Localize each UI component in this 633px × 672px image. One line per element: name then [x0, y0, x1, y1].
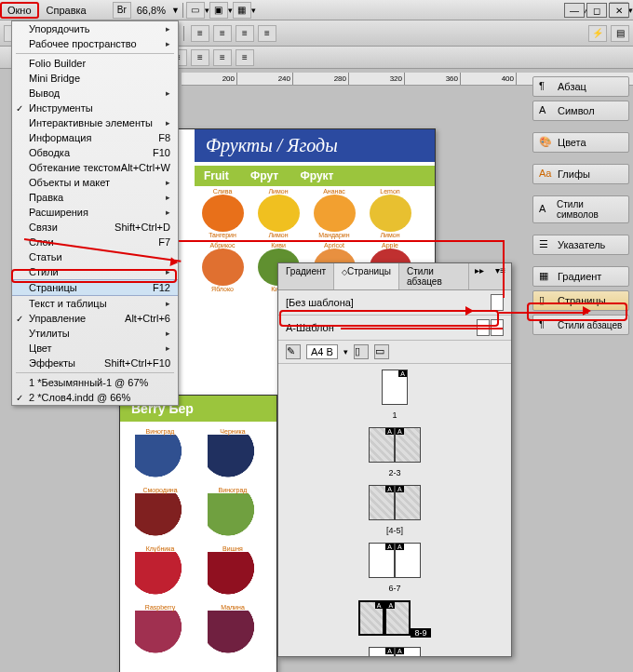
- mi-tools[interactable]: Инструменты: [12, 101, 178, 115]
- tab-pages[interactable]: ◇Страницы: [334, 263, 399, 289]
- panel-para-styles[interactable]: ¶Стили абзацев: [532, 315, 629, 335]
- document-page-2[interactable]: Berry Бер ВиноградЧерникаСмородинаВиногр…: [119, 395, 277, 672]
- page-spread[interactable]: AA2-3: [278, 427, 511, 477]
- panel-index[interactable]: ☰Указатель: [532, 235, 629, 255]
- mi-links[interactable]: СвязиShift+Ctrl+D: [12, 220, 178, 235]
- fruit-cell: АнанасМандарин: [306, 186, 362, 240]
- page-size-select[interactable]: A4 В: [306, 344, 338, 359]
- fruit-cell: СливаТангерин: [195, 186, 250, 240]
- mi-doc2[interactable]: 2 *Слов4.indd @ 66%: [12, 390, 178, 405]
- annotation-arrow: [499, 312, 588, 314]
- align4-icon[interactable]: ≡: [213, 49, 232, 66]
- mi-minibridge[interactable]: Mini Bridge: [12, 71, 178, 86]
- align3-icon[interactable]: ≡: [191, 49, 209, 66]
- page-spread[interactable]: AA8-9: [278, 600, 511, 639]
- berry-cell: Виноград: [196, 484, 269, 543]
- mi-output[interactable]: Вывод: [12, 86, 178, 101]
- panel-menu-icon[interactable]: ▤: [611, 25, 629, 42]
- fruit-cell: ЛимонЛимон: [250, 186, 306, 240]
- zoom-level[interactable]: 66,8%: [131, 5, 171, 16]
- berry-cell: Raspberry: [124, 601, 196, 660]
- pages-panel: Градиент ◇Страницы Стили абзацев ▸▸ ▾≡ […: [277, 262, 512, 657]
- panel-character[interactable]: AСимвол: [532, 101, 629, 121]
- mi-arrange[interactable]: Упорядочить: [12, 21, 178, 36]
- mi-styles[interactable]: Стили: [12, 264, 178, 279]
- align-center-icon[interactable]: ≡: [213, 25, 232, 42]
- berry-cell: Виноград: [124, 425, 196, 484]
- panel-collapse-icon[interactable]: ▸▸: [469, 263, 490, 289]
- panel-char-styles[interactable]: AСтили символов: [532, 195, 629, 223]
- screen-mode-icon[interactable]: ▣: [209, 2, 228, 19]
- page-spread[interactable]: AA[4-5]: [278, 485, 511, 535]
- panel-glyphs[interactable]: AaГлифы: [532, 164, 629, 184]
- tab-gradient[interactable]: Градиент: [278, 263, 334, 289]
- align-left-icon[interactable]: ≡: [191, 25, 209, 42]
- align-right-icon[interactable]: ≡: [236, 25, 254, 42]
- view-mode-icon[interactable]: ▭: [186, 2, 205, 19]
- orient-landscape-icon[interactable]: ▭: [374, 344, 389, 359]
- align-justify-icon[interactable]: ≡: [258, 25, 276, 42]
- mi-utilities[interactable]: Утилиты: [12, 326, 178, 341]
- page-banner: Фрукты / Ягоды: [195, 129, 435, 162]
- pages-thumbnails[interactable]: A1AA2-3AA[4-5]AA6-7AA8-9AA10-11: [278, 364, 511, 656]
- mi-control[interactable]: УправлениеAlt+Ctrl+6: [12, 311, 178, 326]
- window-dropdown: Упорядочить Рабочее пространство Folio B…: [11, 20, 179, 406]
- mi-text-tables[interactable]: Текст и таблицы: [12, 296, 178, 311]
- panel-colors[interactable]: 🎨Цвета: [532, 132, 629, 153]
- minimize-button[interactable]: —: [564, 3, 585, 18]
- mi-textwrap[interactable]: Обтекание текстомAlt+Ctrl+W: [12, 160, 178, 175]
- panel-pages[interactable]: ▯Страницы: [532, 290, 629, 311]
- mi-color[interactable]: Цвет: [12, 341, 178, 356]
- mi-doc1[interactable]: 1 *Безымянный-1 @ 67%: [12, 375, 178, 390]
- tab-para-styles[interactable]: Стили абзацев: [399, 263, 469, 289]
- berry-cell: Клубника: [124, 543, 196, 601]
- mi-objects[interactable]: Объекты и макет: [12, 175, 178, 190]
- mi-folio[interactable]: Folio Builder: [12, 56, 178, 71]
- page-spread[interactable]: AA10-11: [278, 647, 511, 656]
- fruit-cell: LemonЛимон: [362, 186, 418, 240]
- maximize-button[interactable]: ◻: [586, 3, 607, 18]
- mi-interactive[interactable]: Интерактивные элементы: [12, 115, 178, 130]
- menu-help[interactable]: Справка: [39, 3, 94, 18]
- fruit-bar: Fruit Фрут Фрукт: [195, 166, 435, 186]
- menubar: Окно Справка Br 66,8% ▼ ▭ ▾ ▣ ▾ ▦ ▾ Книг…: [0, 0, 633, 20]
- berry-cell: Малина: [196, 601, 269, 660]
- pages-panel-tabs: Градиент ◇Страницы Стили абзацев ▸▸ ▾≡: [278, 263, 511, 290]
- panel-paragraph[interactable]: ¶Абзац: [532, 76, 629, 97]
- mi-extensions[interactable]: Расширения: [12, 205, 178, 220]
- panel-menu-icon[interactable]: ▾≡: [490, 263, 511, 289]
- annotation-line: [503, 240, 505, 298]
- mi-workspace[interactable]: Рабочее пространство: [12, 36, 178, 51]
- bridge-icon[interactable]: Br: [113, 2, 131, 19]
- quick-apply-icon[interactable]: ⚡: [588, 25, 607, 42]
- fruit-cell: АбрикосЯблоко: [195, 240, 250, 294]
- arrow-head-icon: [583, 306, 596, 316]
- page-spread[interactable]: A1: [278, 370, 511, 420]
- mi-stroke[interactable]: ОбводкаF10: [12, 145, 178, 160]
- panel-gradient[interactable]: ▦Градиент: [532, 266, 629, 287]
- mi-info[interactable]: ИнформацияF8: [12, 130, 178, 145]
- berry-cell: Смородина: [124, 484, 196, 543]
- page-size-row: ✎ A4 В ▾ ▯ ▭: [278, 341, 511, 364]
- orient-portrait-icon[interactable]: ▯: [354, 344, 369, 359]
- align5-icon[interactable]: ≡: [236, 49, 254, 66]
- window-controls: — ◻ ✕: [564, 3, 629, 18]
- mi-effects[interactable]: ЭффектыShift+Ctrl+F10: [12, 356, 178, 370]
- page-spread[interactable]: AA6-7: [278, 543, 511, 593]
- berry-grid: ВиноградЧерникаСмородинаВиноградКлубника…: [120, 422, 276, 664]
- arrange-icon[interactable]: ▦: [233, 2, 251, 19]
- close-button[interactable]: ✕: [609, 3, 629, 18]
- annotation-line: [341, 328, 503, 329]
- berry-cell: Вишня: [196, 543, 269, 601]
- annotation-line: [179, 240, 505, 242]
- size-edit-icon[interactable]: ✎: [286, 344, 301, 359]
- menu-window[interactable]: Окно: [0, 2, 39, 19]
- panel-dock: ¶Абзац AСимвол 🎨Цвета AaГлифы AСтили сим…: [532, 76, 629, 339]
- mi-edit[interactable]: Правка: [12, 190, 178, 205]
- berry-cell: Черника: [196, 425, 269, 484]
- mi-pages[interactable]: СтраницыF12: [12, 279, 178, 296]
- arrow-head-icon: [465, 306, 478, 316]
